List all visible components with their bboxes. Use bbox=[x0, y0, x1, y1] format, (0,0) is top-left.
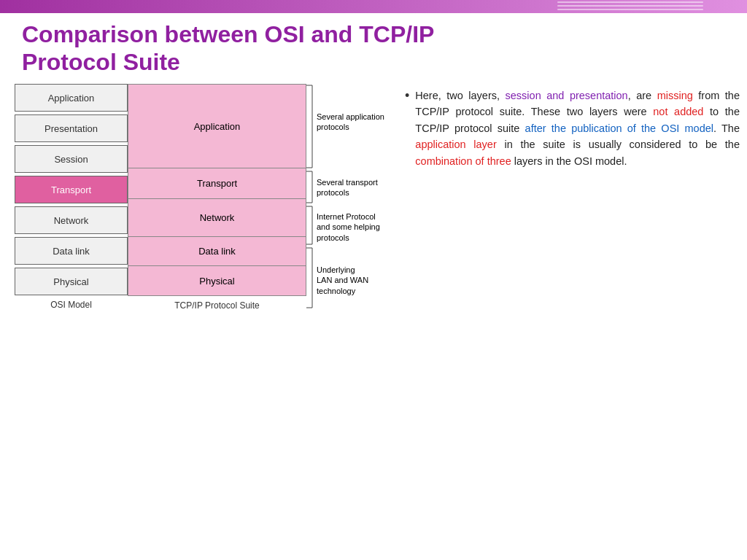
text-application-layer: application layer bbox=[415, 139, 496, 150]
text-session-presentation: session and presentation bbox=[506, 90, 628, 101]
main-content: Application Presentation Session Transpo… bbox=[15, 84, 740, 545]
osi-layer-datalink: Data link bbox=[15, 237, 128, 265]
title-line1: Comparison between OSI and TCP/IP bbox=[22, 20, 445, 48]
tcpip-layer-application: Application bbox=[128, 85, 306, 168]
text-combination: combination of three bbox=[415, 155, 511, 167]
osi-column-wrapper: Application Presentation Session Transpo… bbox=[15, 84, 128, 310]
bracket-label-network: Internet Protocoland some helpingprotoco… bbox=[317, 211, 411, 243]
text-after-publication: after the publication of the OSI model bbox=[525, 122, 713, 134]
tcpip-label: TCP/IP Protocol Suite bbox=[128, 300, 306, 311]
bracket-label-physical: UnderlyingLAN and WANtechnology bbox=[317, 265, 411, 296]
brackets-area: Several applicationprotocols Several tra… bbox=[306, 84, 419, 311]
osi-layer-transport: Transport bbox=[15, 176, 128, 203]
osi-layer-presentation: Presentation bbox=[15, 114, 128, 142]
tcpip-column-wrapper: Application Transport Network Data link … bbox=[128, 84, 306, 311]
decorative-lines bbox=[557, 0, 703, 13]
tcpip-area: Application Transport Network Data link … bbox=[128, 84, 419, 311]
osi-layer-physical: Physical bbox=[15, 268, 128, 295]
bullet-point: • Here, two layers, session and presenta… bbox=[405, 88, 740, 169]
bracket-label-transport: Several transportprotocols bbox=[317, 177, 411, 198]
osi-layer-network: Network bbox=[15, 206, 128, 234]
tcpip-layers: Application Transport Network Data link … bbox=[128, 85, 306, 295]
tcpip-layer-physical: Physical bbox=[128, 266, 306, 295]
page-title: Comparison between OSI and TCP/IP Protoc… bbox=[22, 20, 445, 77]
bracket-label-app: Several applicationprotocols bbox=[317, 112, 411, 133]
title-line2: Protocol Suite bbox=[22, 48, 445, 76]
osi-layer-session: Session bbox=[15, 145, 128, 173]
deco-line-3 bbox=[557, 9, 703, 10]
text-not-added: not added bbox=[653, 106, 703, 117]
top-accent-bar bbox=[0, 0, 747, 13]
tcpip-layer-transport: Transport bbox=[128, 168, 306, 199]
deco-line-1 bbox=[557, 1, 703, 3]
osi-layer-application: Application bbox=[15, 84, 128, 112]
diagram-area: Application Presentation Session Transpo… bbox=[15, 84, 387, 545]
osi-column: Application Presentation Session Transpo… bbox=[15, 84, 128, 295]
deco-line-2 bbox=[557, 5, 703, 7]
right-description-panel: • Here, two layers, session and presenta… bbox=[394, 84, 740, 545]
tcpip-layer-datalink: Data link bbox=[128, 237, 306, 266]
osi-label: OSI Model bbox=[15, 300, 128, 310]
tcpip-layer-network: Network bbox=[128, 199, 306, 237]
description-text: Here, two layers, session and presentati… bbox=[415, 88, 740, 169]
tcpip-wrapper-box: Application Transport Network Data link … bbox=[128, 84, 306, 296]
text-missing: missing bbox=[657, 90, 693, 101]
